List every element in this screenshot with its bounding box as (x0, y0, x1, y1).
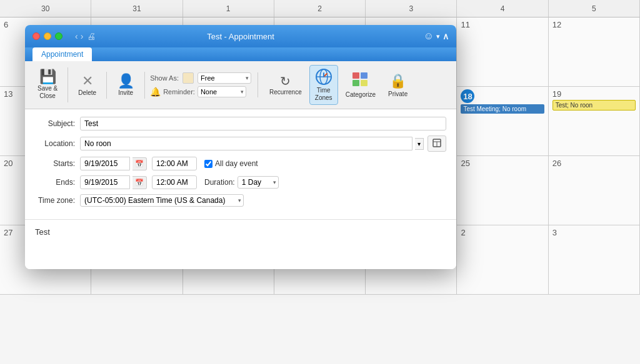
dropdown-arrow-icon[interactable]: ▾ (436, 32, 440, 41)
ends-row: Ends: 📅 Duration: 1 Day 2 Days 3 Days (35, 175, 446, 189)
duration-dropdown-wrapper: 1 Day 2 Days 3 Days (238, 176, 279, 189)
forward-arrow-icon[interactable]: › (81, 31, 84, 41)
cal-cell: 3 (549, 225, 640, 295)
cal-cell: 12 (549, 17, 640, 87)
toolbar-group-save: 💾 Save & Close (32, 67, 68, 102)
location-dropdown-button[interactable]: ▾ (415, 138, 424, 150)
svg-rect-6 (361, 72, 368, 79)
starts-row: Starts: 📅 All day event (35, 157, 446, 170)
window-title: Test - Appointment (207, 32, 274, 41)
location-input[interactable] (80, 137, 412, 150)
reminder-select[interactable]: None 5 minutes 15 minutes 30 minutes 1 h… (198, 86, 246, 97)
cal-header-6: 5 (549, 0, 640, 17)
time-zones-button[interactable]: Time Zones (309, 65, 338, 105)
back-arrow-icon[interactable]: ‹ (75, 31, 78, 41)
starts-label: Starts: (35, 159, 80, 168)
toolbar: 💾 Save & Close ✕ Delete 👤 Invite Show As… (25, 61, 456, 109)
duration-label: Duration: (204, 178, 235, 187)
time-zones-label: Time Zones (315, 87, 332, 102)
ends-date-picker-button[interactable]: 📅 (132, 176, 147, 189)
svg-rect-7 (352, 80, 359, 86)
svg-rect-5 (352, 72, 359, 79)
bell-icon: 🔔 (150, 87, 161, 97)
titlebar-right-controls: ☺ ▾ ∧ (424, 31, 449, 42)
starts-date-picker-button[interactable]: 📅 (132, 157, 147, 170)
timezone-label: Time zone: (35, 196, 80, 205)
private-label: Private (388, 91, 408, 97)
maximize-button[interactable] (55, 32, 62, 40)
cal-header-0: 30 (0, 0, 91, 17)
tab-appointment[interactable]: Appointment (32, 47, 92, 61)
duration-select[interactable]: 1 Day 2 Days 3 Days (238, 176, 279, 189)
save-close-button[interactable]: 💾 Save & Close (32, 67, 62, 102)
show-as-dropdown-wrapper: Free Busy Tentative Out of Office (198, 72, 251, 84)
toolbar-group-delete: ✕ Delete (73, 72, 107, 99)
cal-cell: 26 (549, 156, 640, 225)
delete-label: Delete (78, 89, 96, 96)
collapse-button[interactable]: ∧ (442, 31, 449, 41)
cal-cell: 2 (457, 225, 548, 295)
subject-row: Subject: (35, 117, 446, 130)
cal-header-1: 31 (91, 0, 182, 17)
private-button[interactable]: 🔒 Private (383, 71, 412, 100)
close-button[interactable] (32, 32, 40, 40)
starts-time-input[interactable] (152, 157, 197, 170)
cal-cell: 25 (457, 156, 548, 225)
timezone-dropdown-wrapper: (UTC-05:00) Eastern Time (US & Canada) (… (80, 194, 244, 207)
ends-datetime-group: 📅 Duration: 1 Day 2 Days 3 Days (80, 175, 279, 189)
window-controls (32, 32, 62, 40)
cal-header-2: 1 (183, 0, 274, 17)
svg-rect-8 (361, 80, 368, 86)
subject-label: Subject: (35, 119, 80, 128)
cal-header-3: 2 (274, 0, 366, 17)
recurrence-icon: ↻ (280, 75, 291, 87)
cal-header-4: 3 (366, 0, 457, 17)
body-content: Test (35, 227, 50, 237)
print-icon[interactable]: 🖨 (87, 31, 96, 41)
minimize-button[interactable] (44, 32, 51, 40)
cal-event-meeting[interactable]: Test Meeting; No room (461, 104, 544, 114)
save-icon: 💾 (39, 70, 56, 84)
body-area[interactable]: Test (25, 219, 456, 269)
appointment-modal: ‹ › 🖨 Test - Appointment ☺ ▾ ∧ Appointme… (25, 25, 456, 269)
location-input-group: ▾ (80, 135, 446, 152)
timezone-select[interactable]: (UTC-05:00) Eastern Time (US & Canada) (… (80, 194, 244, 207)
location-row: Location: ▾ (35, 135, 446, 152)
invite-label: Invite (118, 89, 133, 96)
recurrence-button[interactable]: ↻ Recurrence (264, 72, 307, 98)
cal-cell-18: 18 Test Meeting; No room (457, 87, 548, 156)
delete-icon: ✕ (82, 74, 93, 88)
delete-button[interactable]: ✕ Delete (73, 72, 101, 99)
duration-group: Duration: 1 Day 2 Days 3 Days (204, 176, 279, 189)
show-as-label: Show As: (150, 74, 179, 82)
location-rooms-button[interactable] (428, 135, 446, 152)
categorize-button[interactable]: Categorize (341, 70, 381, 101)
private-icon: 🔒 (389, 73, 406, 89)
show-as-color-swatch (182, 72, 194, 84)
subject-input[interactable] (80, 117, 446, 130)
timezone-input-group: (UTC-05:00) Eastern Time (US & Canada) (… (80, 194, 244, 207)
smiley-icon[interactable]: ☺ (424, 31, 434, 42)
nav-arrows: ‹ › 🖨 (75, 31, 96, 41)
ends-date-input[interactable] (80, 175, 130, 189)
cal-header-5: 4 (457, 0, 548, 17)
allday-checkbox-label[interactable]: All day event (204, 159, 258, 168)
tabs-bar: Appointment (25, 47, 456, 61)
time-zones-icon (315, 68, 332, 86)
ends-time-input[interactable] (152, 175, 197, 189)
invite-button[interactable]: 👤 Invite (112, 72, 139, 99)
save-close-label: Save & Close (38, 85, 58, 100)
cal-event-test[interactable]: Test; No roon (552, 100, 636, 111)
categorize-icon (352, 72, 369, 90)
toolbar-group-show-reminder: Show As: Free Busy Tentative Out of Offi… (150, 72, 258, 97)
starts-datetime-group: 📅 All day event (80, 157, 258, 170)
starts-date-input[interactable] (80, 157, 130, 170)
titlebar: ‹ › 🖨 Test - Appointment ☺ ▾ ∧ (25, 25, 456, 47)
location-label: Location: (35, 139, 80, 148)
reminder-dropdown-wrapper: None 5 minutes 15 minutes 30 minutes 1 h… (198, 86, 246, 97)
cal-cell-19: 19 Test; No roon (549, 87, 640, 156)
allday-checkbox[interactable] (204, 160, 212, 168)
form-area: Subject: Location: ▾ Starts: (25, 109, 456, 219)
show-as-select[interactable]: Free Busy Tentative Out of Office (198, 72, 251, 84)
recurrence-label: Recurrence (269, 89, 302, 96)
